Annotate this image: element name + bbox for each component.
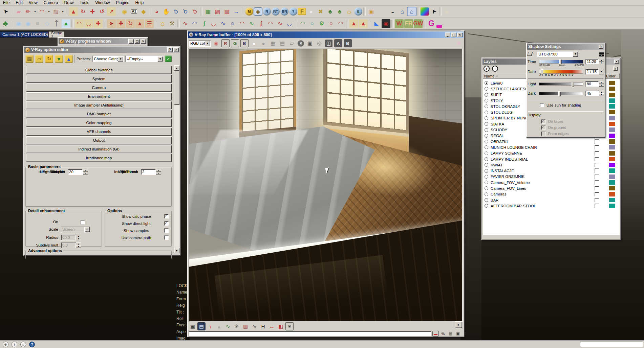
sandbox-drape-icon[interactable]: ☰ (145, 19, 154, 28)
tape-measure-tool-icon[interactable]: ◉ (120, 7, 129, 16)
vray-render-icon[interactable]: R (263, 7, 271, 16)
grass-w-icon[interactable]: W (395, 19, 404, 28)
minimize-button[interactable]: _ (128, 39, 134, 44)
toolbox-icon[interactable]: ⚒ (168, 19, 176, 28)
subdivs-mult-input[interactable]: 0,3 (61, 242, 76, 248)
add-layer-button[interactable]: + (484, 66, 490, 72)
layer-color-swatch[interactable] (609, 104, 615, 109)
dropdown-arrow-icon[interactable]: ▼ (573, 51, 578, 57)
layer-color-swatch[interactable] (609, 151, 615, 156)
dropdown-arrow-icon[interactable]: ▼ (205, 41, 210, 46)
scene-tab-scene2[interactable]: Scene 2 (49, 31, 64, 38)
waveform-button[interactable]: ∿ (251, 323, 258, 330)
layer-color-swatch[interactable] (609, 163, 615, 167)
credits-icon[interactable]: i (12, 342, 17, 347)
close-button[interactable]: ✕ (141, 39, 146, 44)
spinner-buttons[interactable]: ▴▾ (599, 81, 604, 87)
grass-fr-icon[interactable]: FR (404, 19, 413, 28)
sandbox-smoove-icon[interactable]: ↻ (126, 19, 135, 28)
detail-x-button[interactable]: x (613, 67, 618, 71)
layer-active-radio[interactable] (485, 122, 488, 126)
bezier-curve-icon[interactable]: ∿ (181, 19, 190, 28)
region-render-button[interactable]: ▣ (306, 40, 314, 47)
menu-item[interactable]: Help (132, 0, 147, 6)
layer-row[interactable]: OBRAZKI (483, 139, 620, 144)
vray-proxy-export-icon[interactable]: ♣ (326, 7, 335, 16)
layer-active-radio[interactable] (485, 128, 488, 132)
remove-layer-button[interactable]: − (492, 66, 498, 72)
vfb-window-button[interactable]: ▣ (189, 323, 196, 330)
color-circles-icon[interactable]: ◉ (212, 40, 220, 47)
vray-sun-icon[interactable]: ☼ (345, 7, 353, 16)
white-sphere-button[interactable]: ● (250, 40, 258, 47)
option-checkbox[interactable] (164, 235, 169, 240)
menu-item[interactable]: Draw (61, 0, 77, 6)
layer-active-radio[interactable] (485, 175, 488, 179)
layer-row[interactable]: INSTALACJE (483, 168, 620, 173)
fold-face-icon[interactable]: ◇ (43, 19, 51, 28)
scrollbar-thumb[interactable] (174, 71, 179, 105)
light-slider-thumb[interactable] (572, 82, 574, 87)
arc-red-icon[interactable]: ◠ (336, 19, 345, 28)
magenta-bar-icon[interactable] (436, 25, 442, 28)
spinner-buttons[interactable]: ▴▾ (156, 169, 161, 175)
close-button[interactable]: ✕ (173, 47, 179, 52)
radius-input[interactable]: 60,0 (61, 235, 76, 240)
select-arrow-icon[interactable]: ➤ (428, 5, 440, 18)
menu-item[interactable]: Window (92, 0, 113, 6)
share-model-icon[interactable]: ▤ (222, 7, 231, 16)
solid-cube-icon[interactable]: ■ (33, 19, 42, 28)
timezone-dropdown[interactable]: UTC-07:00 ▼ (537, 51, 578, 57)
save-image-button[interactable]: ▦ (269, 40, 277, 47)
layer-color-swatch[interactable] (609, 186, 615, 190)
save-channels-button[interactable]: ▤ (279, 40, 286, 47)
layer-color-swatch[interactable] (609, 127, 615, 132)
layer-color-swatch[interactable] (609, 87, 615, 91)
menu-item[interactable]: View (26, 0, 41, 6)
layer-visible-checkbox[interactable] (595, 168, 599, 173)
loop-icon[interactable]: ○ (327, 19, 336, 28)
layer-active-radio[interactable] (485, 81, 488, 85)
layer-active-radio[interactable] (485, 169, 488, 173)
layer-color-swatch[interactable] (609, 81, 615, 85)
scale-dropdown[interactable]: Screen ▼ (61, 227, 90, 232)
compare-b-button[interactable]: B (344, 40, 351, 47)
layer-active-radio[interactable] (485, 204, 488, 208)
close-button[interactable]: ✕ (599, 45, 603, 49)
place-tree-icon[interactable]: ♣ (1, 19, 10, 28)
add-location-icon[interactable]: ▦ (203, 7, 212, 16)
vray-infinite-plane-icon[interactable]: ✖ (316, 7, 325, 16)
render-last-button[interactable]: ◎ (316, 40, 323, 47)
layer-active-radio[interactable] (485, 152, 488, 155)
bezier-wave-icon[interactable]: ∿ (219, 19, 228, 28)
g-tool-icon[interactable]: G (427, 19, 436, 28)
layer-row[interactable]: LAMPY INDUSTRIAL (483, 156, 620, 162)
menu-item[interactable]: Camera (41, 0, 61, 6)
wrench-icon[interactable]: ⚙ (317, 19, 326, 28)
stamp-window-button[interactable]: ▣ (455, 331, 461, 336)
subdivide-box-icon[interactable]: ◉ (24, 19, 33, 28)
detail-on-checkbox[interactable] (81, 220, 85, 224)
color-curve-button[interactable]: ∿ (224, 323, 232, 330)
bezier-curve2-icon[interactable]: ◠ (238, 19, 246, 28)
paint-bucket-tool-icon[interactable]: ◆ (139, 7, 148, 16)
scroll-up-icon[interactable]: ▲ (174, 65, 179, 71)
vray-rt-render-icon[interactable]: RT (272, 7, 280, 16)
weld-icon[interactable]: ◠ (298, 19, 307, 28)
layer-color-swatch[interactable] (609, 122, 615, 126)
menu-item[interactable]: Tools (77, 0, 92, 6)
layer-active-radio[interactable] (485, 134, 488, 138)
export-document-icon[interactable]: → (232, 7, 241, 16)
bezier-loop-icon[interactable]: ○ (228, 19, 237, 28)
arc-dropdown-icon[interactable]: ▾ (47, 7, 51, 16)
asterisk-button[interactable]: ✳ (286, 323, 293, 330)
layer-row[interactable]: LAMPY SCIENNE (483, 150, 620, 156)
section-button[interactable]: Camera (26, 84, 172, 92)
copy-info-button[interactable]: ▤ (448, 331, 453, 336)
sign-in-icon[interactable]: ☺ (20, 342, 26, 347)
date-dropdown-arrow[interactable]: ▼ (599, 69, 604, 74)
preset-value-dropdown[interactable]: --Empty-- ▼ (125, 56, 163, 62)
sandbox-stamp-icon[interactable]: ▲ (135, 19, 144, 28)
extrude-box-icon[interactable]: ▲ (62, 19, 70, 28)
vray-pause-icon[interactable]: Ⅱ (354, 7, 362, 16)
